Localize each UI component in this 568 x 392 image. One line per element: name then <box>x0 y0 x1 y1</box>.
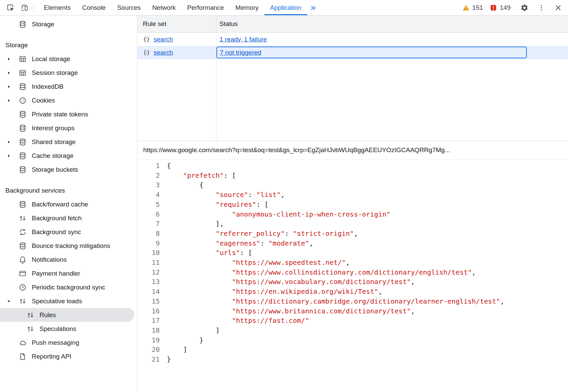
line-number: 1 <box>137 161 160 171</box>
code-line: 15 "https://dictionary.cambridge.org/dic… <box>137 297 568 306</box>
json-code-viewer[interactable]: 1{2 "prefetch": [3 {4 "source": "list",5… <box>137 160 568 392</box>
code-text: "https://www.collinsdictionary.com/dicti… <box>160 268 476 277</box>
status-link[interactable]: 7 not triggered <box>220 49 261 56</box>
tab-console[interactable]: Console <box>76 0 111 15</box>
inspect-icon <box>6 4 15 12</box>
code-text: ], <box>160 219 224 229</box>
code-line: 19 } <box>137 335 568 345</box>
tab-network[interactable]: Network <box>147 0 182 15</box>
code-line: 10 "urls": [ <box>137 248 568 258</box>
code-line: 2 "prefetch": [ <box>137 171 568 180</box>
line-number: 13 <box>137 277 160 287</box>
sidebar-item-interest-groups[interactable]: Interest groups <box>0 121 137 135</box>
sidebar-item-push-messaging[interactable]: Push messaging <box>0 336 137 349</box>
sidebar-item-label: IndexedDB <box>32 83 63 90</box>
code-line: 13 "https://www.vocabulary.com/dictionar… <box>137 277 568 287</box>
sidebar-item-storage[interactable]: Storage <box>0 17 137 31</box>
sidebar-item-rules[interactable]: Rules <box>0 308 134 322</box>
code-line: 21} <box>137 355 568 364</box>
database-icon <box>19 200 27 208</box>
code-text: } <box>160 335 203 345</box>
chevron-right-icon[interactable] <box>6 153 11 158</box>
code-text: { <box>160 180 203 190</box>
file-icon <box>19 353 27 361</box>
error-count-label: 149 <box>500 4 511 11</box>
status-cell[interactable]: 1 ready, 1 failure <box>216 33 568 46</box>
sidebar-item-label: Storage buckets <box>32 166 78 173</box>
database-icon <box>19 166 27 174</box>
braces-icon <box>143 36 150 43</box>
sidebar-item-background-sync[interactable]: Background sync <box>0 225 137 239</box>
menu-button[interactable] <box>534 2 548 14</box>
code-text: "https://www.vocabulary.com/dictionary/t… <box>160 277 415 287</box>
code-text: "referrer_policy": "strict-origin", <box>160 229 358 239</box>
sidebar-item-back-forward-cache[interactable]: Back/forward cache <box>0 197 137 211</box>
chevron-right-icon[interactable] <box>6 140 11 144</box>
code-line: 20 ] <box>137 345 568 355</box>
sidebar-item-speculations[interactable]: Speculations <box>0 322 137 336</box>
sidebar-item-speculative-loads[interactable]: Speculative loads <box>0 294 137 308</box>
sidebar-item-label: Cookies <box>32 97 55 104</box>
warnings-counter[interactable]: 151 <box>462 4 483 11</box>
line-number: 14 <box>137 287 160 297</box>
sidebar-item-private-state-tokens[interactable]: Private state tokens <box>0 107 137 121</box>
sidebar-item-label: Notifications <box>32 256 67 263</box>
code-line: 7 ], <box>137 219 568 229</box>
sidebar-item-label: Speculative loads <box>32 298 82 305</box>
sidebar-item-label: Speculations <box>40 325 76 333</box>
table-row[interactable]: search7 not triggered <box>137 46 568 59</box>
sidebar-item-cache-storage[interactable]: Cache storage <box>0 149 137 163</box>
settings-button[interactable] <box>517 2 532 14</box>
cookie-icon <box>19 96 27 105</box>
sidebar-item-label: Payment handler <box>32 270 80 277</box>
column-header-status[interactable]: Status <box>216 20 568 28</box>
rule-set-link[interactable]: search <box>154 36 173 43</box>
chevron-right-icon[interactable] <box>6 98 11 103</box>
sidebar-item-shared-storage[interactable]: Shared storage <box>0 135 137 149</box>
sidebar-item-background-fetch[interactable]: Background fetch <box>0 211 137 225</box>
database-icon <box>19 124 27 132</box>
sidebar-section-background-services: Background services <box>0 184 137 197</box>
chevron-right-icon[interactable] <box>6 57 11 61</box>
status-link[interactable]: 1 ready, 1 failure <box>220 36 267 43</box>
rule-set-link[interactable]: search <box>154 49 173 56</box>
chevron-right-icon[interactable] <box>6 84 11 89</box>
chevron-down-icon[interactable] <box>6 299 11 304</box>
tab-performance[interactable]: Performance <box>181 0 230 15</box>
chevron-right-icon[interactable] <box>6 71 11 75</box>
code-text: "anonymous-client-ip-when-cross-origin" <box>160 209 390 219</box>
rule-set-cell: search <box>137 33 216 46</box>
sidebar-item-notifications[interactable]: Notifications <box>0 253 137 267</box>
sidebar-item-label: Back/forward cache <box>32 201 88 208</box>
line-number: 10 <box>137 248 160 258</box>
tab-elements[interactable]: Elements <box>38 0 76 15</box>
cloud-icon <box>19 339 27 347</box>
inspect-element-button[interactable] <box>3 2 18 14</box>
sidebar-item-local-storage[interactable]: Local storage <box>0 52 137 66</box>
sidebar-item-periodic-background-sync[interactable]: Periodic background sync <box>0 280 137 294</box>
tab-sources[interactable]: Sources <box>111 0 147 15</box>
warning-icon <box>462 4 470 11</box>
close-devtools-button[interactable] <box>551 2 565 14</box>
table-row[interactable]: search1 ready, 1 failure <box>137 33 568 46</box>
sidebar-item-payment-handler[interactable]: Payment handler <box>0 267 137 280</box>
more-tabs-button[interactable]: » <box>307 3 319 12</box>
tab-memory[interactable]: Memory <box>230 0 264 15</box>
line-number: 8 <box>137 229 160 239</box>
sidebar-item-reporting-api[interactable]: Reporting API <box>0 349 137 363</box>
column-header-rule-set[interactable]: Rule set <box>137 20 216 28</box>
sidebar-item-indexeddb[interactable]: IndexedDB <box>0 80 137 93</box>
sidebar-item-cookies[interactable]: Cookies <box>0 93 137 107</box>
sidebar-item-storage-buckets[interactable]: Storage buckets <box>0 163 137 176</box>
status-cell[interactable]: 7 not triggered <box>216 47 527 58</box>
sidebar-item-label: Interest groups <box>32 124 75 132</box>
sidebar-item-label: Background sync <box>32 228 81 236</box>
tab-application[interactable]: Application <box>264 0 307 15</box>
errors-counter[interactable]: 149 <box>490 4 511 11</box>
devtools-window: ElementsConsoleSourcesNetworkPerformance… <box>0 0 568 392</box>
device-toolbar-button[interactable] <box>18 2 32 14</box>
sidebar-item-bounce-tracking-mitigations[interactable]: Bounce tracking mitigations <box>0 239 137 253</box>
settings-gear-icon <box>520 4 528 12</box>
sidebar-item-session-storage[interactable]: Session storage <box>0 66 137 80</box>
line-number: 21 <box>137 355 160 364</box>
